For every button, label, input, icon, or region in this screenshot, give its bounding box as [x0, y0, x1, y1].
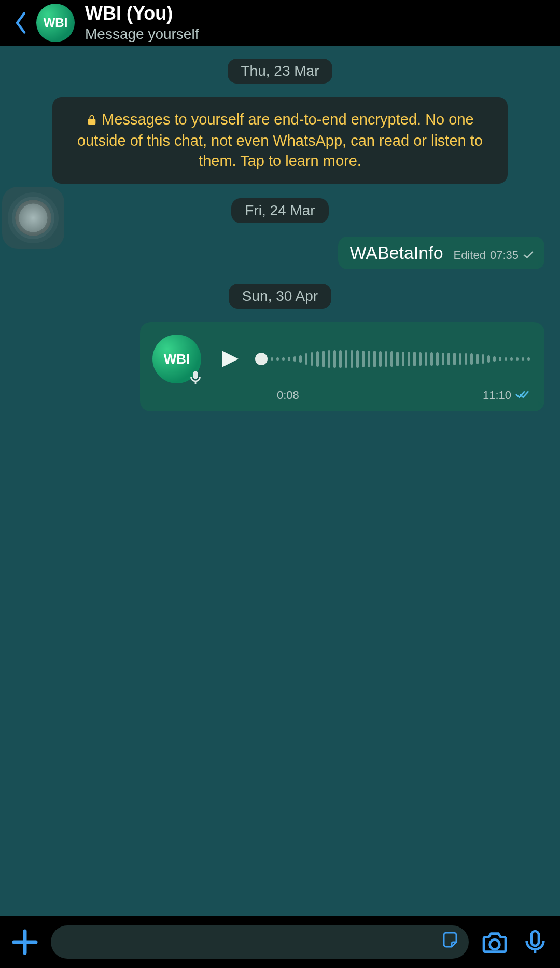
plus-icon	[10, 928, 39, 957]
mic-badge-icon	[187, 369, 204, 386]
play-icon	[216, 347, 241, 371]
message-row: WABetaInfo Edited 07:35	[16, 237, 544, 269]
avatar-label: WBI	[36, 4, 75, 42]
date-chip-3: Sun, 30 Apr	[229, 284, 331, 309]
message-input[interactable]	[51, 925, 469, 959]
voice-duration: 0:08	[277, 389, 299, 402]
voice-avatar-label: WBI	[164, 351, 190, 367]
top-bar: WBI WBI (You) Message yourself	[0, 0, 560, 46]
back-icon	[13, 11, 28, 35]
sent-tick-icon	[523, 248, 534, 262]
voice-avatar: WBI	[152, 335, 201, 383]
waveform-bars	[271, 347, 530, 371]
back-button[interactable]	[5, 11, 36, 35]
voice-meta: 0:08 11:10	[152, 389, 530, 402]
outgoing-message[interactable]: WABetaInfo Edited 07:35	[338, 237, 544, 269]
date-chip-1: Thu, 23 Mar	[228, 59, 333, 84]
scrubber-handle[interactable]	[255, 353, 268, 365]
message-meta: Edited 07:35	[454, 248, 534, 262]
voice-row: WBI	[152, 335, 530, 383]
voice-timestamp: 11:10	[483, 389, 511, 402]
camera-button[interactable]	[480, 928, 509, 957]
chat-title: WBI (You)	[85, 3, 199, 24]
read-ticks-icon	[515, 389, 530, 402]
mic-icon	[521, 928, 550, 957]
svg-rect-3	[531, 931, 539, 946]
avatar[interactable]: WBI	[36, 4, 85, 42]
voice-time-status: 11:10	[483, 389, 530, 402]
attach-plus-button[interactable]	[10, 928, 39, 957]
chat-scroll[interactable]: Thu, 23 Mar Messages to yourself are end…	[0, 46, 560, 916]
lock-icon	[86, 110, 97, 131]
assistive-dot	[15, 200, 51, 236]
voice-message[interactable]: WBI 0:08 11:10	[140, 322, 544, 411]
date-chip-2: Fri, 24 Mar	[231, 198, 328, 223]
encryption-notice[interactable]: Messages to yourself are end-to-end encr…	[52, 97, 508, 184]
voice-waveform[interactable]	[255, 347, 530, 371]
play-button[interactable]	[216, 347, 241, 371]
camera-icon	[480, 928, 509, 957]
message-row: WBI 0:08 11:10	[16, 322, 544, 411]
chat-subtitle: Message yourself	[85, 26, 199, 43]
chat-titles[interactable]: WBI (You) Message yourself	[85, 3, 199, 43]
sticker-button[interactable]	[441, 931, 459, 953]
svg-point-2	[490, 939, 500, 949]
mic-button[interactable]	[521, 928, 550, 957]
compose-bar	[0, 916, 560, 968]
encryption-text: Messages to yourself are end-to-end encr…	[77, 111, 483, 169]
assistive-touch-icon[interactable]	[2, 187, 64, 249]
message-text: WABetaInfo	[349, 243, 443, 263]
message-time: 07:35	[490, 248, 519, 262]
edited-label: Edited	[454, 248, 486, 262]
sticker-icon	[441, 931, 459, 950]
